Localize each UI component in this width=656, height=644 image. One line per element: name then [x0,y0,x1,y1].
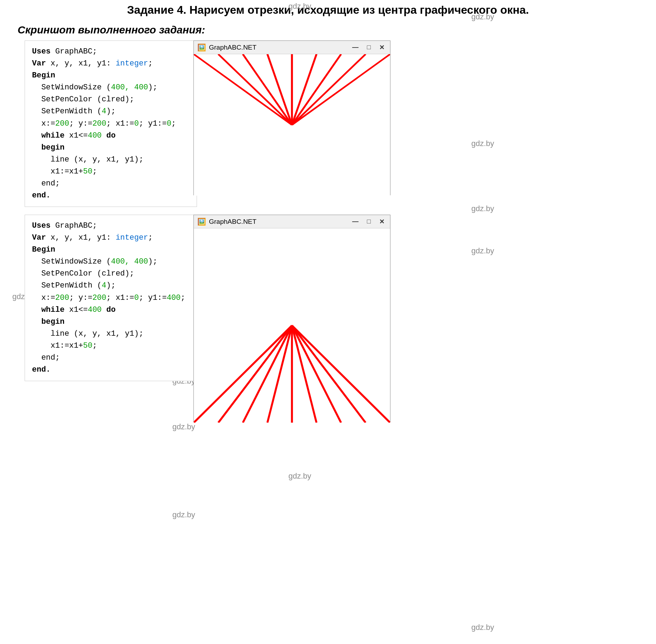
code-line: x:=200; y:=200; x1:=0; y1:=0; [32,118,190,130]
window-2-title: GraphABC.NET [209,218,256,226]
svg-line-1 [218,54,292,125]
app-icon: 🖼️ [197,43,206,52]
code-line: Begin [32,70,190,82]
title-text: Задание 4. Нарисуем отрезки, исходящие и… [127,4,529,16]
window-2-titlebar: 🖼️ GraphABC.NET — □ ✕ [194,215,390,228]
code-line: SetWindowSize (400, 400); [32,256,190,268]
lines-svg-1 [194,54,390,196]
code-line: x1:=x1+50; [32,166,190,178]
code-line: end; [32,352,190,364]
svg-line-10 [218,326,292,423]
watermark-13: gdz.by [471,623,494,632]
code-line: end; [32,178,190,190]
minimize-button[interactable]: — [350,43,361,52]
maximize-button[interactable]: □ [365,43,373,52]
code-line: begin [32,316,190,328]
window-1-canvas [194,54,390,196]
watermark-2: gdz.by [471,12,494,21]
watermark-12: gdz.by [172,510,195,519]
code-block-2: Uses GraphABC; Var x, y, x1, y1: integer… [25,215,197,381]
subtitle: Скриншот выполненного задания: [18,24,205,36]
code-line: Begin [32,244,190,256]
code-line: SetPenWidth (4); [32,106,190,118]
svg-line-11 [243,326,292,423]
code-line: Uses GraphABC; [32,220,190,232]
watermark-1: gdz.by [288,2,311,11]
svg-line-16 [292,326,365,423]
code-line: x:=200; y:=200; x1:=0; y1:=400; [32,292,190,304]
code-line: line (x, y, x1, y1); [32,154,190,166]
app-icon-2: 🖼️ [197,217,206,226]
svg-line-9 [194,326,292,423]
code-line: while x1<=400 do [32,304,190,316]
lines-svg-2 [194,228,390,423]
minimize-button-2[interactable]: — [350,217,361,226]
window-1-titlebar: 🖼️ GraphABC.NET — □ ✕ [194,41,390,54]
close-button[interactable]: ✕ [377,43,387,52]
watermark-bottom-2: gdz.by [288,472,311,481]
code-line: Var x, y, x1, y1: integer; [32,232,190,244]
code-line: end. [32,364,190,376]
code-line: Var x, y, x1, y1: integer; [32,58,190,70]
maximize-button-2[interactable]: □ [365,217,373,226]
window-1-title: GraphABC.NET [209,44,256,51]
window-2-canvas [194,228,390,423]
window-2: 🖼️ GraphABC.NET — □ ✕ [193,215,390,422]
code-line: Uses GraphABC; [32,46,190,58]
watermark-9: gdz.by [471,246,494,255]
window-controls-2[interactable]: — □ ✕ [350,217,387,226]
svg-line-17 [292,326,390,423]
svg-line-6 [292,54,341,125]
code-line: x1:=x1+50; [32,340,190,352]
code-line: SetPenColor (clred); [32,94,190,106]
svg-line-8 [292,54,390,125]
svg-line-0 [194,54,292,125]
code-line: end. [32,190,190,202]
svg-line-7 [292,54,365,125]
svg-line-15 [292,326,341,423]
code-line: SetWindowSize (400, 400); [32,82,190,94]
window-controls[interactable]: — □ ✕ [350,43,387,52]
code-line: SetPenWidth (4); [32,280,190,292]
code-block-1: Uses GraphABC; Var x, y, x1, y1: integer… [25,40,197,207]
code-line: begin [32,142,190,154]
watermark-bottom-1: gdz.by [172,422,195,431]
code-line: SetPenColor (clred); [32,268,190,280]
watermark-8: gdz.by [471,204,494,213]
code-line: line (x, y, x1, y1); [32,328,190,340]
svg-line-2 [243,54,292,125]
close-button-2[interactable]: ✕ [377,217,387,226]
page-title: Задание 4. Нарисуем отрезки, исходящие и… [47,4,610,17]
window-1: 🖼️ GraphABC.NET — □ ✕ [193,40,390,195]
watermark-14: gdz.by [471,139,494,148]
code-line: while x1<=400 do [32,130,190,142]
